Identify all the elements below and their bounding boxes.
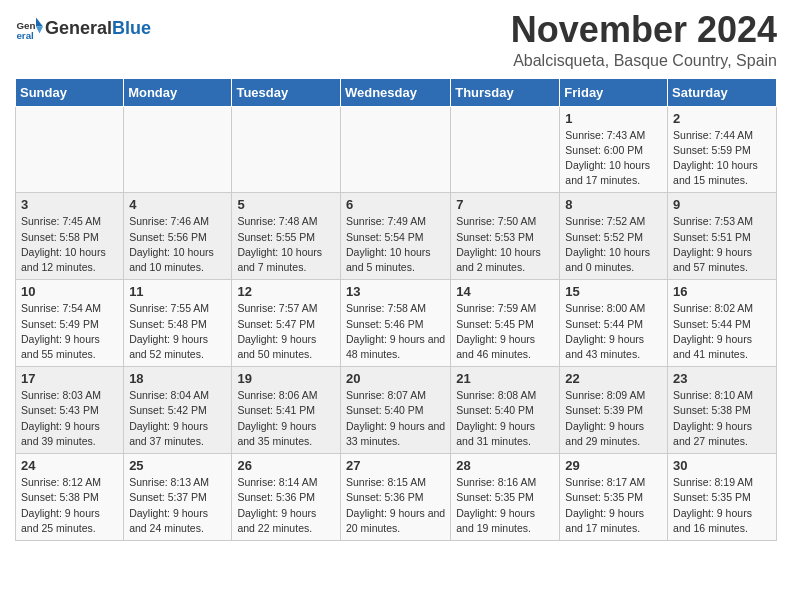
calendar-week-row: 3Sunrise: 7:45 AM Sunset: 5:58 PM Daylig…	[16, 193, 777, 280]
calendar-cell: 15Sunrise: 8:00 AM Sunset: 5:44 PM Dayli…	[560, 280, 668, 367]
logo-blue-text: Blue	[112, 18, 151, 38]
day-number: 8	[565, 197, 662, 212]
calendar-cell	[124, 106, 232, 193]
day-info: Sunrise: 8:06 AM Sunset: 5:41 PM Dayligh…	[237, 388, 335, 449]
calendar-header-row: SundayMondayTuesdayWednesdayThursdayFrid…	[16, 78, 777, 106]
day-number: 30	[673, 458, 771, 473]
calendar-cell: 7Sunrise: 7:50 AM Sunset: 5:53 PM Daylig…	[451, 193, 560, 280]
day-info: Sunrise: 7:57 AM Sunset: 5:47 PM Dayligh…	[237, 301, 335, 362]
day-number: 4	[129, 197, 226, 212]
day-info: Sunrise: 7:58 AM Sunset: 5:46 PM Dayligh…	[346, 301, 445, 362]
calendar-cell	[451, 106, 560, 193]
calendar-cell: 28Sunrise: 8:16 AM Sunset: 5:35 PM Dayli…	[451, 454, 560, 541]
day-number: 22	[565, 371, 662, 386]
calendar-cell: 10Sunrise: 7:54 AM Sunset: 5:49 PM Dayli…	[16, 280, 124, 367]
calendar-cell: 30Sunrise: 8:19 AM Sunset: 5:35 PM Dayli…	[668, 454, 777, 541]
title-area: November 2024 Abalcisqueta, Basque Count…	[511, 10, 777, 70]
day-info: Sunrise: 7:53 AM Sunset: 5:51 PM Dayligh…	[673, 214, 771, 275]
col-header-tuesday: Tuesday	[232, 78, 341, 106]
generalblue-logo-icon: Gen eral	[15, 14, 43, 42]
day-number: 6	[346, 197, 445, 212]
calendar-cell: 19Sunrise: 8:06 AM Sunset: 5:41 PM Dayli…	[232, 367, 341, 454]
calendar-cell: 23Sunrise: 8:10 AM Sunset: 5:38 PM Dayli…	[668, 367, 777, 454]
day-info: Sunrise: 7:43 AM Sunset: 6:00 PM Dayligh…	[565, 128, 662, 189]
calendar-cell: 22Sunrise: 8:09 AM Sunset: 5:39 PM Dayli…	[560, 367, 668, 454]
calendar-week-row: 1Sunrise: 7:43 AM Sunset: 6:00 PM Daylig…	[16, 106, 777, 193]
logo: Gen eral GeneralBlue	[15, 14, 151, 42]
header: Gen eral GeneralBlue November 2024 Abalc…	[15, 10, 777, 70]
calendar-cell: 29Sunrise: 8:17 AM Sunset: 5:35 PM Dayli…	[560, 454, 668, 541]
day-info: Sunrise: 8:03 AM Sunset: 5:43 PM Dayligh…	[21, 388, 118, 449]
day-info: Sunrise: 8:09 AM Sunset: 5:39 PM Dayligh…	[565, 388, 662, 449]
day-number: 19	[237, 371, 335, 386]
day-info: Sunrise: 7:45 AM Sunset: 5:58 PM Dayligh…	[21, 214, 118, 275]
location-subtitle: Abalcisqueta, Basque Country, Spain	[511, 52, 777, 70]
day-info: Sunrise: 7:52 AM Sunset: 5:52 PM Dayligh…	[565, 214, 662, 275]
col-header-friday: Friday	[560, 78, 668, 106]
calendar-cell: 17Sunrise: 8:03 AM Sunset: 5:43 PM Dayli…	[16, 367, 124, 454]
day-number: 13	[346, 284, 445, 299]
day-number: 2	[673, 111, 771, 126]
calendar-cell: 8Sunrise: 7:52 AM Sunset: 5:52 PM Daylig…	[560, 193, 668, 280]
calendar-cell: 25Sunrise: 8:13 AM Sunset: 5:37 PM Dayli…	[124, 454, 232, 541]
day-number: 25	[129, 458, 226, 473]
day-number: 29	[565, 458, 662, 473]
svg-text:eral: eral	[16, 30, 34, 41]
day-info: Sunrise: 8:07 AM Sunset: 5:40 PM Dayligh…	[346, 388, 445, 449]
calendar-week-row: 10Sunrise: 7:54 AM Sunset: 5:49 PM Dayli…	[16, 280, 777, 367]
day-number: 3	[21, 197, 118, 212]
day-info: Sunrise: 7:46 AM Sunset: 5:56 PM Dayligh…	[129, 214, 226, 275]
day-number: 27	[346, 458, 445, 473]
day-info: Sunrise: 7:54 AM Sunset: 5:49 PM Dayligh…	[21, 301, 118, 362]
day-info: Sunrise: 8:04 AM Sunset: 5:42 PM Dayligh…	[129, 388, 226, 449]
day-info: Sunrise: 7:55 AM Sunset: 5:48 PM Dayligh…	[129, 301, 226, 362]
calendar-cell: 6Sunrise: 7:49 AM Sunset: 5:54 PM Daylig…	[340, 193, 450, 280]
calendar-cell	[340, 106, 450, 193]
day-number: 7	[456, 197, 554, 212]
day-number: 1	[565, 111, 662, 126]
day-number: 18	[129, 371, 226, 386]
day-info: Sunrise: 8:02 AM Sunset: 5:44 PM Dayligh…	[673, 301, 771, 362]
calendar-cell	[232, 106, 341, 193]
calendar-cell: 5Sunrise: 7:48 AM Sunset: 5:55 PM Daylig…	[232, 193, 341, 280]
day-number: 14	[456, 284, 554, 299]
day-number: 20	[346, 371, 445, 386]
day-info: Sunrise: 8:19 AM Sunset: 5:35 PM Dayligh…	[673, 475, 771, 536]
calendar-cell: 13Sunrise: 7:58 AM Sunset: 5:46 PM Dayli…	[340, 280, 450, 367]
svg-marker-3	[36, 27, 43, 34]
calendar-table: SundayMondayTuesdayWednesdayThursdayFrid…	[15, 78, 777, 541]
day-number: 16	[673, 284, 771, 299]
svg-marker-2	[36, 18, 43, 27]
col-header-wednesday: Wednesday	[340, 78, 450, 106]
day-number: 15	[565, 284, 662, 299]
calendar-cell: 9Sunrise: 7:53 AM Sunset: 5:51 PM Daylig…	[668, 193, 777, 280]
day-number: 24	[21, 458, 118, 473]
col-header-saturday: Saturday	[668, 78, 777, 106]
col-header-monday: Monday	[124, 78, 232, 106]
day-number: 21	[456, 371, 554, 386]
calendar-cell: 4Sunrise: 7:46 AM Sunset: 5:56 PM Daylig…	[124, 193, 232, 280]
col-header-sunday: Sunday	[16, 78, 124, 106]
day-info: Sunrise: 7:59 AM Sunset: 5:45 PM Dayligh…	[456, 301, 554, 362]
calendar-cell: 18Sunrise: 8:04 AM Sunset: 5:42 PM Dayli…	[124, 367, 232, 454]
day-info: Sunrise: 8:12 AM Sunset: 5:38 PM Dayligh…	[21, 475, 118, 536]
calendar-cell: 11Sunrise: 7:55 AM Sunset: 5:48 PM Dayli…	[124, 280, 232, 367]
calendar-cell: 24Sunrise: 8:12 AM Sunset: 5:38 PM Dayli…	[16, 454, 124, 541]
day-info: Sunrise: 8:13 AM Sunset: 5:37 PM Dayligh…	[129, 475, 226, 536]
day-info: Sunrise: 7:50 AM Sunset: 5:53 PM Dayligh…	[456, 214, 554, 275]
day-info: Sunrise: 7:48 AM Sunset: 5:55 PM Dayligh…	[237, 214, 335, 275]
day-number: 5	[237, 197, 335, 212]
day-number: 12	[237, 284, 335, 299]
calendar-week-row: 17Sunrise: 8:03 AM Sunset: 5:43 PM Dayli…	[16, 367, 777, 454]
calendar-cell: 1Sunrise: 7:43 AM Sunset: 6:00 PM Daylig…	[560, 106, 668, 193]
calendar-cell: 2Sunrise: 7:44 AM Sunset: 5:59 PM Daylig…	[668, 106, 777, 193]
calendar-cell: 27Sunrise: 8:15 AM Sunset: 5:36 PM Dayli…	[340, 454, 450, 541]
day-number: 9	[673, 197, 771, 212]
day-number: 11	[129, 284, 226, 299]
day-info: Sunrise: 8:17 AM Sunset: 5:35 PM Dayligh…	[565, 475, 662, 536]
col-header-thursday: Thursday	[451, 78, 560, 106]
day-info: Sunrise: 8:10 AM Sunset: 5:38 PM Dayligh…	[673, 388, 771, 449]
calendar-cell	[16, 106, 124, 193]
month-title: November 2024	[511, 10, 777, 50]
day-number: 28	[456, 458, 554, 473]
